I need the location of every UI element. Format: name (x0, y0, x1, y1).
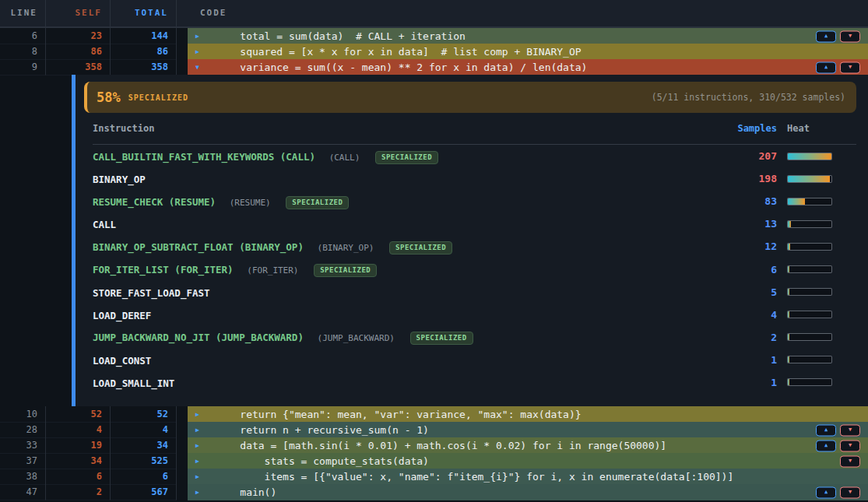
sample-count: 12 (721, 240, 777, 252)
expand-toggle-icon[interactable]: ▶ (188, 454, 208, 469)
jump-up-button[interactable]: ▲ (816, 440, 836, 451)
base-instruction-name: (FOR_ITER) (247, 265, 298, 276)
code-line-row[interactable]: 8 86 86 ▶ squared = [x * x for x in data… (0, 44, 868, 59)
source-code: main() (216, 485, 276, 500)
heat-bar (787, 333, 856, 341)
instruction-row[interactable]: BINARY_OP 198 (93, 167, 856, 190)
jump-up-button[interactable]: ▲ (816, 61, 836, 73)
column-header-total[interactable]: TOTAL (111, 0, 177, 26)
sample-count: 5 (721, 286, 777, 298)
expand-toggle-icon[interactable]: ▶ (188, 407, 208, 423)
code-line-row[interactable]: 38 6 6 ▶ items = [{"value": x, "name": f… (0, 469, 868, 484)
instruction-rows: CALL_BUILTIN_FAST_WITH_KEYWORDS (CALL) (… (93, 145, 856, 394)
expand-toggle-icon[interactable]: ▶ (188, 438, 208, 454)
code-cell[interactable]: ▶ return n + recursive_sum(n - 1) ▲ ▼ (188, 422, 868, 438)
base-instruction-name: (CALL) (329, 153, 360, 163)
code-cell[interactable]: ▶ total = sum(data) # CALL + iteration ▲… (188, 28, 868, 44)
expand-toggle-icon[interactable]: ▶ (188, 469, 208, 485)
column-header-self[interactable]: SELF (46, 0, 111, 26)
jump-down-button[interactable]: ▼ (840, 424, 860, 436)
code-cell[interactable]: ▶ return {"mean": mean, "var": variance,… (188, 406, 868, 423)
code-line-row[interactable]: 6 23 144 ▶ total = sum(data) # CALL + it… (0, 28, 868, 44)
total-samples: 358 (111, 59, 177, 75)
heat-bar (787, 153, 856, 160)
heat-bar-track (787, 288, 832, 296)
row-buttons: ▲ ▼ (816, 424, 860, 436)
heat-bar-fill (788, 356, 789, 363)
jump-up-button[interactable]: ▲ (816, 424, 836, 436)
heat-bar-fill (788, 289, 789, 295)
jump-down-button[interactable]: ▼ (840, 30, 860, 42)
specialized-detail: (5/11 instructions, 310/532 samples) (652, 92, 845, 103)
heat-bar-fill (788, 244, 790, 250)
base-instruction-name: (RESUME) (230, 198, 271, 208)
column-header-samples[interactable]: Samples (721, 123, 777, 134)
row-buttons: ▲ ▼ (816, 61, 860, 73)
heat-bar (787, 288, 856, 296)
self-samples: 34 (46, 453, 111, 469)
base-instruction-name: (JUMP_BACKWARD) (318, 333, 395, 343)
code-cell[interactable]: ▶ data = [math.sin(i * 0.01) + math.cos(… (188, 437, 868, 454)
heat-bar-track (787, 220, 832, 228)
heat-bar-fill (788, 311, 789, 318)
code-line-row[interactable]: 28 4 4 ▶ return n + recursive_sum(n - 1)… (0, 422, 868, 437)
column-header-instruction[interactable]: Instruction (93, 123, 721, 134)
instruction-name: LOAD_SMALL_INT (93, 377, 174, 389)
code-cell[interactable]: ▶ stats = compute_stats(data) ▲ ▼ (188, 453, 868, 469)
line-number: 6 (0, 28, 46, 44)
instruction-row[interactable]: LOAD_DEREF 4 (93, 304, 856, 326)
column-header-heat[interactable]: Heat (787, 123, 856, 134)
jump-up-button[interactable]: ▲ (816, 30, 836, 42)
heat-bar-fill (788, 198, 805, 205)
line-number: 9 (0, 59, 46, 75)
sample-count: 1 (721, 377, 777, 388)
row-buttons: ▲ ▼ (816, 30, 860, 42)
instruction-row[interactable]: CALL 13 (93, 212, 856, 235)
column-header-line[interactable]: LINE (0, 0, 46, 26)
heat-bar (787, 220, 856, 228)
panel-content: 58% SPECIALIZED (5/11 instructions, 310/… (76, 75, 868, 406)
instruction-row[interactable]: RESUME_CHECK (RESUME) (RESUME) SPECIALIZ… (93, 190, 856, 212)
specialized-badge: SPECIALIZED (375, 151, 438, 164)
self-samples: 358 (46, 59, 111, 75)
instruction-row[interactable]: FOR_ITER_LIST (FOR_ITER) (FOR_ITER) SPEC… (93, 258, 856, 280)
code-line-row[interactable]: 10 52 52 ▶ return {"mean": mean, "var": … (0, 406, 868, 422)
instruction-name: RESUME_CHECK (RESUME) (93, 196, 216, 208)
instruction-row[interactable]: BINARY_OP_SUBTRACT_FLOAT (BINARY_OP) (BI… (93, 235, 856, 258)
jump-down-button[interactable]: ▼ (840, 486, 860, 498)
code-cell[interactable]: ▶ items = [{"value": x, "name": f"item_{… (188, 469, 868, 485)
instruction-row[interactable]: LOAD_SMALL_INT 1 (93, 371, 856, 394)
jump-up-button[interactable]: ▲ (816, 486, 836, 498)
column-header-code[interactable]: CODE (177, 0, 868, 26)
instruction-row[interactable]: JUMP_BACKWARD_NO_JIT (JUMP_BACKWARD) (JU… (93, 326, 856, 349)
specialized-badge: SPECIALIZED (286, 196, 349, 209)
code-line-row[interactable]: 9 358 358 ▼ variance = sum((x - mean) **… (0, 59, 868, 75)
jump-down-button[interactable]: ▼ (840, 440, 860, 451)
instruction-row[interactable]: STORE_FAST_LOAD_FAST 5 (93, 281, 856, 304)
total-samples: 86 (111, 44, 177, 60)
total-samples: 6 (111, 469, 177, 485)
jump-down-button[interactable]: ▼ (840, 455, 860, 467)
jump-down-button[interactable]: ▼ (840, 61, 860, 73)
code-cell[interactable]: ▶ main() ▲ ▼ (188, 484, 868, 500)
source-code: data = [math.sin(i * 0.01) + math.cos(i … (216, 438, 666, 454)
expand-toggle-icon[interactable]: ▶ (188, 423, 208, 438)
specialization-summary-banner: 58% SPECIALIZED (5/11 instructions, 310/… (84, 82, 856, 113)
instruction-row[interactable]: LOAD_CONST 1 (93, 349, 856, 371)
code-rows-top: 6 23 144 ▶ total = sum(data) # CALL + it… (0, 28, 868, 75)
expand-toggle-icon[interactable]: ▶ (188, 485, 208, 500)
code-line-row[interactable]: 33 19 34 ▶ data = [math.sin(i * 0.01) + … (0, 437, 868, 453)
heat-bar-track (787, 243, 832, 251)
specialization-panel: 58% SPECIALIZED (5/11 instructions, 310/… (0, 75, 868, 406)
expand-toggle-icon[interactable]: ▶ (188, 29, 208, 44)
expand-toggle-icon[interactable]: ▼ (188, 60, 208, 75)
total-samples: 4 (111, 422, 177, 438)
instruction-name: CALL (93, 219, 116, 230)
code-cell[interactable]: ▼ variance = sum((x - mean) ** 2 for x i… (188, 59, 868, 75)
code-line-row[interactable]: 47 2 567 ▶ main() ▲ ▼ (0, 484, 868, 500)
expand-toggle-icon[interactable]: ▶ (188, 44, 208, 60)
code-line-row[interactable]: 37 34 525 ▶ stats = compute_stats(data) … (0, 453, 868, 469)
heat-bar-track (787, 198, 832, 205)
instruction-row[interactable]: CALL_BUILTIN_FAST_WITH_KEYWORDS (CALL) (… (93, 145, 856, 167)
code-cell[interactable]: ▶ squared = [x * x for x in data] # list… (188, 44, 868, 60)
